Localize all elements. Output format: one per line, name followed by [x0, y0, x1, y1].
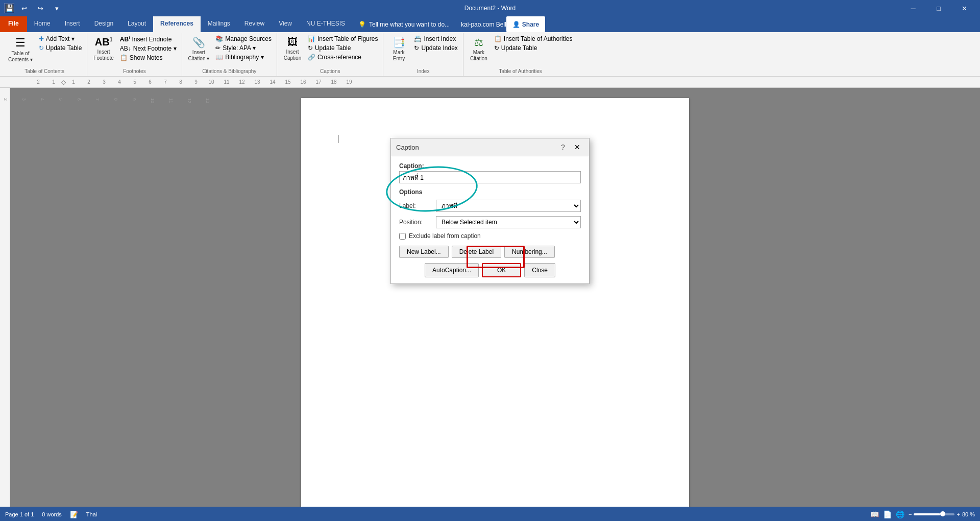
update-table-captions-button[interactable]: ↻ Update Table — [306, 43, 380, 53]
footnote-icon: AB1 — [95, 36, 112, 48]
tab-view[interactable]: View — [272, 16, 299, 32]
redo-button[interactable]: ↪ — [34, 2, 47, 14]
maximize-button[interactable]: □ — [927, 0, 950, 16]
save-icon[interactable]: 💾 — [4, 3, 14, 13]
dialog-close-button[interactable]: ✕ — [571, 141, 584, 153]
autocaption-button[interactable]: AutoCaption... — [425, 263, 479, 277]
zoom-bar[interactable] — [914, 513, 954, 515]
exclude-label-text: Exclude label from caption — [409, 232, 481, 240]
insert-endnote-button[interactable]: ABi Insert Endnote — [118, 34, 179, 44]
proofing-icon[interactable]: 📝 — [70, 511, 78, 518]
dialog-titlebar: Caption ? ✕ — [391, 138, 589, 156]
undo-button[interactable]: ↩ — [17, 2, 31, 14]
ruler-mark: 11 — [219, 79, 234, 85]
show-notes-label: Show Notes — [130, 54, 163, 61]
group-toc-content: ☰ Table ofContents ▾ ✚ Add Text ▾ ↻ Upda… — [5, 34, 84, 67]
user-area: kai-pao.com Bell — [461, 16, 506, 32]
language[interactable]: Thai — [86, 511, 97, 517]
zoom-control[interactable]: − + 80 % — [909, 511, 975, 517]
new-label-button[interactable]: New Label... — [399, 246, 449, 258]
label-select[interactable]: ภาพที่ — [436, 200, 581, 212]
print-layout-icon[interactable]: 📄 — [883, 510, 892, 518]
insert-index-button[interactable]: 📇 Insert Index — [412, 34, 459, 43]
cross-ref-label: Cross-reference — [317, 54, 361, 61]
authorities-icon: 📋 — [494, 35, 502, 42]
tab-file[interactable]: File — [0, 16, 27, 32]
ruler-mark: 3 — [96, 79, 112, 85]
tab-design[interactable]: Design — [87, 16, 120, 32]
position-select[interactable]: Below Selected item — [436, 216, 581, 228]
add-text-button[interactable]: ✚ Add Text ▾ — [37, 34, 84, 43]
group-index-content: 📑 MarkEntry 📇 Insert Index ↻ Update Inde… — [386, 34, 459, 67]
caption-input[interactable] — [399, 171, 581, 183]
mark-citation-button[interactable]: ⚖ MarkCitation — [467, 34, 491, 64]
update-index-button[interactable]: ↻ Update Index — [412, 43, 459, 53]
dialog-help-button[interactable]: ? — [556, 141, 570, 153]
status-bar: Page 1 of 1 0 words 📝 Thai 📖 📄 🌐 − + 80 … — [0, 507, 980, 521]
tab-mailings[interactable]: Mailings — [201, 16, 237, 32]
insert-footnote-button[interactable]: AB1 InsertFootnote — [90, 34, 116, 63]
tab-references[interactable]: References — [153, 16, 201, 32]
update-authorities-button[interactable]: ↻ Update Table — [492, 43, 575, 53]
tell-me-input[interactable]: 💡 Tell me what you want to do... — [352, 16, 456, 32]
insert-tof-button[interactable]: 📊 Insert Table of Figures — [306, 34, 380, 43]
read-mode-icon[interactable]: 📖 — [870, 510, 879, 518]
update-table-toc-button[interactable]: ↻ Update Table — [37, 43, 84, 53]
mark-entry-icon: 📑 — [393, 36, 405, 49]
tab-home[interactable]: Home — [27, 16, 58, 32]
label-field-label: Label: — [399, 202, 432, 209]
page-info: Page 1 of 1 — [5, 511, 34, 517]
insert-citation-button[interactable]: 📎 InsertCitation ▾ — [185, 34, 213, 64]
tab-insert[interactable]: Insert — [58, 16, 87, 32]
dialog-body: Caption: Options Label: ภาพที่ Position:… — [391, 156, 589, 283]
update-authorities-label: Update Table — [501, 44, 537, 52]
insert-authorities-button[interactable]: 📋 Insert Table of Authorities — [492, 34, 575, 43]
close-button[interactable]: ✕ — [952, 0, 976, 16]
ok-button[interactable]: OK — [482, 263, 521, 277]
mark-entry-button[interactable]: 📑 MarkEntry — [386, 34, 411, 64]
authorities-col: 📋 Insert Table of Authorities ↻ Update T… — [492, 34, 575, 53]
share-button[interactable]: 👤 Share — [506, 16, 545, 32]
minimize-button[interactable]: ─ — [901, 0, 925, 16]
zoom-out-button[interactable]: − — [909, 511, 912, 517]
share-label: Share — [522, 21, 539, 28]
ruler-mark: 4 — [112, 79, 127, 85]
next-footnote-button[interactable]: AB↓ Next Footnote ▾ — [118, 44, 179, 53]
manage-sources-button[interactable]: 📚 Manage Sources — [213, 34, 274, 43]
cross-ref-icon: 🔗 — [308, 54, 315, 61]
label-row: Label: ภาพที่ — [399, 200, 581, 212]
web-layout-icon[interactable]: 🌐 — [896, 510, 904, 518]
delete-label-button[interactable]: Delete Label — [452, 246, 501, 258]
update-authorities-icon: ↻ — [494, 44, 499, 52]
exclude-label-checkbox[interactable] — [399, 233, 406, 240]
status-right: 📖 📄 🌐 − + 80 % — [870, 510, 975, 518]
bibliography-label: Bibliography ▾ — [225, 54, 263, 61]
tab-nu-ethesis[interactable]: NU E-THESIS — [299, 16, 352, 32]
cross-reference-button[interactable]: 🔗 Cross-reference — [306, 53, 380, 62]
captions-col: 📊 Insert Table of Figures ↻ Update Table… — [306, 34, 380, 62]
citation-label: InsertCitation ▾ — [188, 50, 210, 62]
group-captions-content: 🖼 InsertCaption 📊 Insert Table of Figure… — [280, 34, 380, 67]
button-row-1: New Label... Delete Label Numbering... — [399, 246, 581, 258]
user-name: kai-pao.com Bell — [461, 21, 506, 28]
bibliography-button[interactable]: 📖 Bibliography ▾ — [213, 53, 274, 62]
customize-qat-button[interactable]: ▾ — [50, 2, 63, 14]
group-footnotes: AB1 InsertFootnote ABi Insert Endnote AB… — [87, 33, 182, 76]
zoom-thumb[interactable] — [940, 511, 945, 516]
tell-me-text: Tell me what you want to do... — [369, 21, 450, 28]
update-index-label: Update Index — [421, 44, 457, 52]
ruler-mark: 12 — [234, 79, 250, 85]
tab-layout[interactable]: Layout — [120, 16, 153, 32]
tof-label: Insert Table of Figures — [317, 35, 378, 42]
table-of-contents-button[interactable]: ☰ Table ofContents ▾ — [5, 34, 36, 65]
position-field-label: Position: — [399, 219, 432, 226]
dialog-close-btn-2[interactable]: Close — [524, 263, 555, 277]
show-notes-button[interactable]: 📋 Show Notes — [118, 53, 179, 62]
caption-icon: 🖼 — [287, 36, 298, 48]
ruler-mark: 19 — [341, 79, 357, 85]
zoom-in-button[interactable]: + — [957, 511, 960, 517]
insert-caption-button[interactable]: 🖼 InsertCaption — [280, 34, 305, 63]
tab-review[interactable]: Review — [237, 16, 272, 32]
style-dropdown-button[interactable]: ✏ Style: APA ▾ — [213, 43, 274, 53]
numbering-button[interactable]: Numbering... — [504, 246, 555, 258]
